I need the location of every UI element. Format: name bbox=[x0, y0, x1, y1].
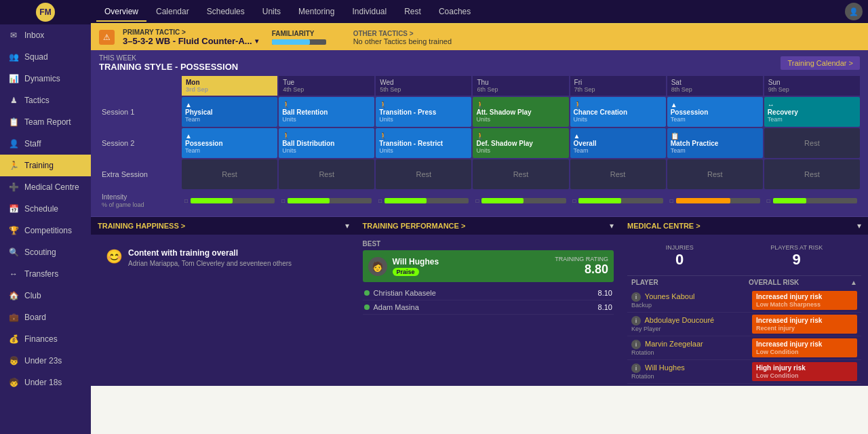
performance-title[interactable]: TRAINING PERFORMANCE > bbox=[363, 222, 466, 230]
tab-units[interactable]: Units bbox=[254, 3, 289, 22]
medical-stats: INJURIES 0 PLAYERS AT RISK 9 bbox=[627, 240, 861, 276]
sidebar-item-dynamics[interactable]: 📊 Dynamics bbox=[0, 68, 91, 90]
risk-row: i Younes Kaboul Backup Increased injury … bbox=[627, 289, 861, 313]
medical-title[interactable]: MEDICAL CENTRE > bbox=[627, 222, 701, 230]
tab-calendar[interactable]: Calendar bbox=[148, 3, 197, 22]
injuries-stat: INJURIES 0 bbox=[666, 244, 694, 269]
risk-player-name[interactable]: Will Hughes bbox=[645, 363, 685, 372]
session-cell[interactable]: ▲ Physical Team bbox=[182, 97, 277, 127]
sidebar-item-finances[interactable]: 💰 Finances bbox=[0, 328, 91, 350]
session-cell-rest[interactable]: Rest bbox=[764, 128, 860, 158]
sidebar-item-under18s[interactable]: 🧒 Under 18s bbox=[0, 372, 91, 393]
medical-centre-panel: MEDICAL CENTRE > ▾ INJURIES 0 PLAYERS AT… bbox=[620, 216, 868, 386]
sort-icon[interactable]: ▲ bbox=[850, 279, 857, 286]
risk-player-name[interactable]: Abdoulaye Doucouré bbox=[644, 316, 714, 324]
top-nav: Overview Calendar Schedules Units Mentor… bbox=[91, 0, 868, 24]
tab-coaches[interactable]: Coaches bbox=[431, 3, 479, 22]
tab-mentoring[interactable]: Mentoring bbox=[290, 3, 342, 22]
day-header-wed: Wed 5th Sep bbox=[376, 76, 471, 96]
player-col-header: PLAYER bbox=[631, 279, 749, 286]
session-cell[interactable]: ▲ Overall Team bbox=[570, 128, 666, 158]
sidebar-item-medical[interactable]: ➕ Medical Centre bbox=[0, 176, 91, 198]
other-tactics-label[interactable]: OTHER TACTICS > bbox=[353, 30, 452, 37]
session-cell-rest[interactable]: Rest bbox=[182, 159, 277, 189]
other-player-name[interactable]: Christian Kabasele bbox=[374, 289, 598, 297]
other-player-name[interactable]: Adam Masina bbox=[374, 303, 598, 311]
day-header-sat: Sat 8th Sep bbox=[667, 76, 763, 96]
sidebar-item-squad[interactable]: 👥 Squad bbox=[0, 46, 91, 68]
risk-player-name[interactable]: Marvin Zeegelaar bbox=[645, 340, 703, 348]
session-cell-rest[interactable]: Rest bbox=[376, 159, 471, 189]
sidebar-item-staff[interactable]: 👤 Staff bbox=[0, 133, 91, 155]
session-cell-rest[interactable]: Rest bbox=[667, 159, 763, 189]
session-cell[interactable]: 🚶 Transition - Restrict Units bbox=[376, 128, 471, 158]
risk-reason: Low Match Sharpness bbox=[756, 301, 853, 308]
risk-badge: Increased injury risk Recent injury bbox=[752, 315, 857, 334]
primary-tactic-value[interactable]: 3–5-3-2 WB - Fluid Counter-A... ▾ bbox=[123, 36, 258, 46]
happiness-collapse-button[interactable]: ▾ bbox=[345, 221, 349, 231]
tab-rest[interactable]: Rest bbox=[396, 3, 429, 22]
session-cell-rest[interactable]: Rest bbox=[764, 159, 860, 189]
session-cell-rest[interactable]: Rest bbox=[279, 159, 374, 189]
up-arrow-icon: ▲ bbox=[185, 132, 272, 140]
happiness-details: Adrian Mariappa, Tom Cleverley and seven… bbox=[128, 260, 292, 267]
session-cell[interactable]: 🚶 Transition - Press Units bbox=[376, 97, 471, 127]
sidebar-item-scouting[interactable]: 🔍 Scouting bbox=[0, 241, 91, 263]
person-icon: 🚶 bbox=[574, 101, 660, 108]
session-cell-rest[interactable]: Rest bbox=[570, 159, 666, 189]
sidebar-item-transfers[interactable]: ↔ Transfers bbox=[0, 263, 91, 285]
training-calendar-button[interactable]: Training Calendar > bbox=[781, 56, 860, 70]
sidebar-item-label: Under 23s bbox=[24, 356, 62, 366]
sidebar-item-schedule[interactable]: 📅 Schedule bbox=[0, 198, 91, 220]
risk-player-info: i Marvin Zeegelaar Rotation bbox=[631, 340, 752, 356]
best-player-card[interactable]: 🧑 Will Hughes Praise TRAINING RATING 8.8… bbox=[363, 250, 614, 282]
this-week-label: THIS WEEK bbox=[99, 54, 238, 62]
risk-player-role: Key Player bbox=[631, 326, 752, 332]
dynamics-icon: 📊 bbox=[8, 73, 19, 84]
medical-icon: ➕ bbox=[8, 182, 19, 193]
session-cell[interactable]: 🚶 Ball Retention Units bbox=[279, 97, 374, 127]
sidebar-item-training[interactable]: 🏃 Training bbox=[0, 155, 91, 176]
risk-col-header: OVERALL RISK ▲ bbox=[749, 279, 857, 286]
risk-player-name[interactable]: Younes Kaboul bbox=[645, 292, 695, 300]
sidebar-item-label: Team Report bbox=[24, 117, 71, 127]
sidebar-item-team-report[interactable]: 📋 Team Report bbox=[0, 111, 91, 133]
sidebar-item-board[interactable]: 💼 Board bbox=[0, 307, 91, 328]
session-cell[interactable]: 🚶 Chance Creation Units bbox=[570, 97, 666, 127]
performance-collapse-button[interactable]: ▾ bbox=[610, 221, 614, 231]
intensity-bar-thu: □ bbox=[473, 191, 568, 211]
other-player-row: Adam Masina 8.10 bbox=[363, 300, 614, 315]
session-cell[interactable]: 🚶 Def. Shadow Play Units bbox=[473, 128, 568, 158]
sidebar-item-club[interactable]: 🏠 Club bbox=[0, 285, 91, 307]
sidebar-item-label: Under 18s bbox=[24, 378, 62, 387]
tab-individual[interactable]: Individual bbox=[344, 3, 395, 22]
performance-panel-content: BEST 🧑 Will Hughes Praise TRAINING RATIN… bbox=[356, 235, 621, 386]
sidebar-item-inbox[interactable]: ✉ Inbox bbox=[0, 24, 91, 46]
session-cell-rest[interactable]: Rest bbox=[473, 159, 568, 189]
training-icon: 🏃 bbox=[8, 160, 19, 171]
primary-tactic-label[interactable]: PRIMARY TACTIC > bbox=[123, 28, 258, 36]
sidebar-item-competitions[interactable]: 🏆 Competitions bbox=[0, 220, 91, 241]
injuries-label: INJURIES bbox=[666, 244, 694, 251]
tab-schedules[interactable]: Schedules bbox=[199, 3, 253, 22]
session-cell[interactable]: ▲ Possession Team bbox=[182, 128, 277, 158]
session-cell[interactable]: 📋 Match Practice Team bbox=[667, 128, 763, 158]
session-cell[interactable]: 🚶 Ball Distribution Units bbox=[279, 128, 374, 158]
sidebar-item-under23s[interactable]: 👦 Under 23s bbox=[0, 350, 91, 372]
happiness-title[interactable]: TRAINING HAPPINESS > bbox=[98, 222, 185, 230]
session-cell[interactable]: ▲ Possession Team bbox=[667, 97, 763, 127]
sidebar-item-label: Dynamics bbox=[24, 74, 60, 83]
session-cell[interactable]: ↔ Recovery Team bbox=[764, 97, 860, 127]
day-header-tue: Tue 4th Sep bbox=[279, 76, 374, 96]
inbox-icon: ✉ bbox=[8, 30, 19, 41]
medical-collapse-button[interactable]: ▾ bbox=[857, 221, 861, 231]
training-area: THIS WEEK TRAINING STYLE - POSSESSION Tr… bbox=[91, 50, 868, 434]
session-cell[interactable]: 🚶 Att. Shadow Play Units bbox=[473, 97, 568, 127]
profile-button[interactable]: 👤 bbox=[845, 3, 863, 20]
risk-row: i Marvin Zeegelaar Rotation Increased in… bbox=[627, 336, 861, 360]
sidebar-item-label: Training bbox=[24, 161, 54, 170]
schedule-icon: 📅 bbox=[8, 203, 19, 214]
tab-overview[interactable]: Overview bbox=[96, 3, 146, 22]
sidebar-item-tactics[interactable]: ♟ Tactics bbox=[0, 90, 91, 111]
tactic-dropdown-icon: ▾ bbox=[255, 37, 258, 45]
